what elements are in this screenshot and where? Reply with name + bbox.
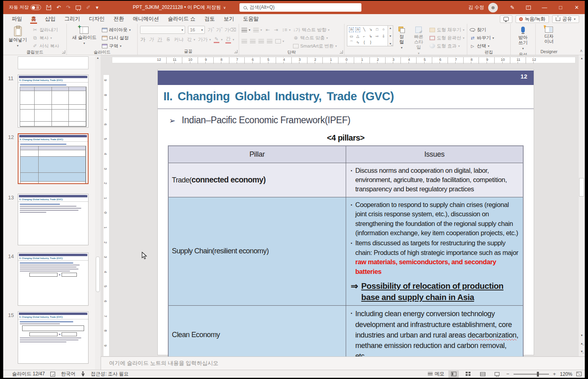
- user-name[interactable]: 김 수정: [468, 4, 484, 11]
- save-icon[interactable]: [46, 5, 51, 10]
- font-family-combo[interactable]: ▾: [140, 26, 185, 34]
- scroll-thumb[interactable]: [579, 178, 584, 197]
- strikethrough-button[interactable]: S: [165, 36, 171, 43]
- scroll-up-icon[interactable]: ▲: [579, 55, 585, 61]
- accessibility-status[interactable]: 접근성: 조사 필요: [91, 371, 128, 377]
- slide-thumbnail-partial[interactable]: [18, 56, 89, 69]
- tab-review[interactable]: 검토: [200, 14, 219, 24]
- shrink-font-button[interactable]: 가ˇ: [216, 26, 223, 33]
- pillar-cell[interactable]: Trade(connected economy): [168, 163, 346, 197]
- shapes-gallery[interactable]: 가가╲↘□○▭△⌐↳⇨⇩⌒∿{}: [347, 25, 388, 46]
- issues-cell[interactable]: ▪Cooperation to respond to supply chain …: [346, 197, 523, 306]
- autosave-toggle[interactable]: 자동 저장 끔: [9, 4, 41, 10]
- vertical-scrollbar[interactable]: ▲ ▼ ▲̲ ▼̲: [579, 55, 585, 356]
- paste-button[interactable]: 붙여넣기 ▾: [6, 25, 30, 49]
- shape-glyph[interactable]: ▭: [350, 34, 353, 38]
- tab-slideshow[interactable]: 슬라이드 쇼: [163, 14, 200, 24]
- layout-button[interactable]: 레이아웃▾: [102, 26, 131, 33]
- align-text-button[interactable]: ⊕텍스트 맞춤▾: [293, 34, 337, 41]
- tab-design[interactable]: 디자인: [85, 14, 109, 24]
- shape-glyph[interactable]: □: [376, 27, 378, 32]
- shape-glyph[interactable]: ↳: [369, 34, 372, 38]
- shape-glyph[interactable]: 가: [349, 27, 354, 32]
- find-button[interactable]: 찾기: [470, 26, 494, 33]
- issues-cell[interactable]: ▪Including clean energy conversion techn…: [346, 306, 523, 364]
- zoom-level[interactable]: 120%: [560, 371, 572, 377]
- title-chevron-icon[interactable]: ∨: [223, 6, 226, 10]
- char-spacing-button[interactable]: 갃▾: [186, 36, 195, 43]
- font-color-button[interactable]: 간▾: [225, 36, 234, 43]
- slide-bullet[interactable]: ➢ Indian–Pacific Economic Framework(IPEF…: [169, 115, 350, 126]
- tab-file[interactable]: 파일: [7, 14, 27, 24]
- indent-decrease-button[interactable]: ⇤: [265, 26, 270, 33]
- new-slide-button[interactable]: 새 슬라이드 ▾: [69, 25, 99, 46]
- shape-glyph[interactable]: }: [370, 40, 371, 44]
- clipboard-dialog-launcher-icon[interactable]: [62, 50, 65, 54]
- spellcheck-icon[interactable]: [50, 372, 55, 377]
- clear-formatting-button[interactable]: 가⌫: [225, 26, 236, 33]
- shape-effects-button[interactable]: 도형 효과▾: [429, 42, 464, 50]
- select-button[interactable]: 선택▾: [470, 42, 494, 50]
- tab-help[interactable]: 도움말: [239, 14, 263, 24]
- maximize-button[interactable]: □: [553, 1, 569, 14]
- change-case-button[interactable]: 가가▾: [198, 36, 211, 43]
- underline-button[interactable]: 간: [157, 36, 163, 43]
- font-dialog-launcher-icon[interactable]: [234, 50, 237, 53]
- issues-cell[interactable]: ▪Discuss norms and cooperation on digita…: [346, 163, 523, 197]
- slide-sorter-view-button[interactable]: [463, 371, 473, 378]
- next-slide-button[interactable]: ▼̲: [579, 348, 585, 354]
- tab-draw[interactable]: 그리기: [60, 14, 85, 24]
- bold-button[interactable]: 가: [140, 36, 146, 43]
- customize-qat-icon[interactable]: ▾: [96, 5, 99, 10]
- zoom-out-button[interactable]: −: [506, 371, 510, 377]
- tab-animations[interactable]: 애니메이션: [128, 14, 163, 24]
- numbering-button[interactable]: ▾: [253, 26, 262, 33]
- ribbon-display-options-icon[interactable]: [520, 1, 536, 14]
- slide-thumbnail-14[interactable]: 14II. Changing Global Industry, Trade (G…: [3, 253, 101, 306]
- search-input[interactable]: 검색(Alt+Q): [239, 3, 361, 12]
- pillar-cell[interactable]: Supply Chain(resilient economy): [168, 197, 346, 306]
- comment-button[interactable]: [500, 15, 512, 23]
- quick-styles-button[interactable]: 빠른 스타일 ▾: [410, 25, 427, 56]
- align-center-button[interactable]: [250, 37, 256, 45]
- shape-glyph[interactable]: ╲: [363, 27, 365, 32]
- shape-glyph[interactable]: ⌐: [363, 34, 365, 38]
- shapes-gallery-scroll[interactable]: ▲▼▼̲: [388, 25, 393, 46]
- italic-button[interactable]: 가: [149, 36, 154, 43]
- reset-button[interactable]: 다시 설정: [102, 34, 131, 41]
- notes-toggle-button[interactable]: 메모: [428, 371, 444, 377]
- ipef-pillars-table[interactable]: PillarIssuesTrade(connected economy)▪Dis…: [168, 145, 524, 370]
- smartart-button[interactable]: SmartArt로 변환▾: [293, 42, 337, 50]
- minimize-button[interactable]: —: [536, 1, 553, 14]
- thumbnail-scrollbar[interactable]: ▲: [95, 55, 101, 370]
- table-row-clean[interactable]: Clean Economy▪Including clean energy con…: [168, 306, 523, 364]
- font-size-combo[interactable]: 16▾: [188, 26, 205, 34]
- cut-button[interactable]: ✂잘라내기: [32, 26, 59, 33]
- line-spacing-button[interactable]: ↕≡▾: [282, 26, 291, 33]
- thumbnail-scroll-thumb[interactable]: [96, 257, 100, 292]
- slide-title-banner[interactable]: [158, 70, 534, 85]
- shape-glyph[interactable]: 가: [355, 27, 360, 32]
- close-button[interactable]: ✕: [569, 1, 585, 14]
- notes-pane[interactable]: 여기에 슬라이드 노트의 내용을 입력하십시오: [101, 356, 585, 370]
- tab-home[interactable]: 홈: [27, 14, 41, 24]
- justify-button[interactable]: [267, 37, 272, 45]
- table-row-trade[interactable]: Trade(connected economy)▪Discuss norms a…: [168, 163, 523, 197]
- replace-button[interactable]: 바꾸기▾: [470, 34, 494, 41]
- pen-color-button[interactable]: ✎▾: [214, 36, 223, 43]
- slide-thumbnail-15[interactable]: 15II. Changing Global Industry, Trade (G…: [3, 311, 101, 364]
- pillar-cell[interactable]: Clean Economy: [168, 306, 346, 364]
- table-row-supply[interactable]: Supply Chain(resilient economy)▪Cooperat…: [168, 197, 523, 306]
- shape-fill-button[interactable]: 도형 채우기▾: [429, 26, 464, 33]
- grow-font-button[interactable]: 가ˆ: [208, 26, 214, 33]
- shape-glyph[interactable]: ⇩: [382, 34, 385, 38]
- undo-icon[interactable]: ↶: [56, 5, 61, 10]
- scroll-down-icon[interactable]: ▼: [579, 332, 585, 338]
- normal-view-button[interactable]: [448, 371, 459, 378]
- zoom-in-button[interactable]: +: [553, 371, 556, 377]
- paragraph-dialog-launcher-icon[interactable]: [340, 50, 343, 54]
- thumbnail-scroll-up-icon[interactable]: ▲: [95, 55, 101, 61]
- shape-glyph[interactable]: △: [357, 34, 359, 38]
- tab-view[interactable]: 보기: [219, 14, 239, 24]
- avatar[interactable]: ☻: [488, 3, 498, 12]
